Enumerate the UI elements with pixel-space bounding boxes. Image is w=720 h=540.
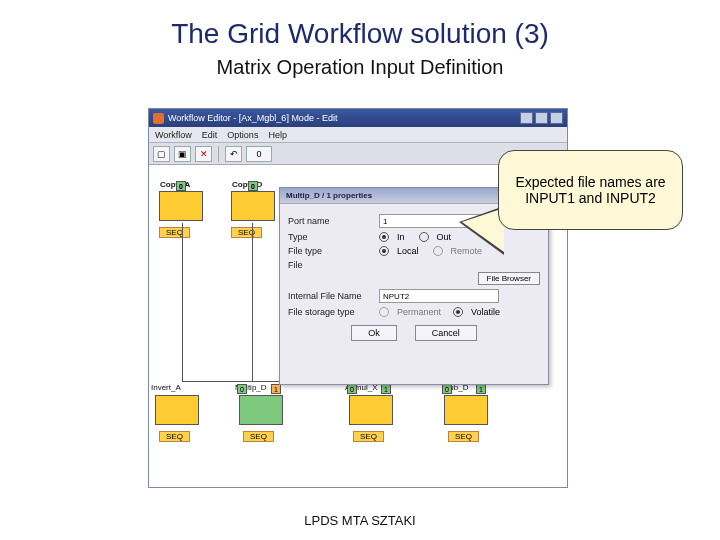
radio-type-out[interactable]	[419, 232, 429, 242]
menu-options[interactable]: Options	[227, 130, 258, 140]
cancel-button[interactable]: Cancel	[415, 325, 477, 341]
node-invert-a[interactable]	[155, 395, 199, 425]
radio-type-in[interactable]	[379, 232, 389, 242]
internal-file-name-field[interactable]	[379, 289, 499, 303]
label-file: File	[288, 260, 373, 270]
toolbar-new-icon[interactable]: ▢	[153, 146, 170, 162]
type-out-text: Out	[437, 232, 452, 242]
radio-remote[interactable]	[433, 246, 443, 256]
type-in-text: In	[397, 232, 405, 242]
ok-button[interactable]: Ok	[351, 325, 397, 341]
label-type: Type	[288, 232, 373, 242]
node-a-mul-x[interactable]	[349, 395, 393, 425]
port-0[interactable]: 0	[237, 384, 247, 394]
port-0[interactable]: 0	[442, 384, 452, 394]
toolbar-delete-icon[interactable]: ✕	[195, 146, 212, 162]
node-copy-d[interactable]: Copy_D 0	[231, 191, 275, 221]
toolbar-open-icon[interactable]: ▣	[174, 146, 191, 162]
port-0[interactable]: 0	[347, 384, 357, 394]
app-icon	[153, 113, 164, 124]
dialog-title: Multip_D / 1 properties	[286, 191, 372, 200]
node-sub-d[interactable]	[444, 395, 488, 425]
port-0[interactable]: 0	[176, 181, 186, 191]
annotation-callout: Expected file names are INPUT1 and INPUT…	[498, 150, 683, 230]
menu-help[interactable]: Help	[268, 130, 287, 140]
titlebar: Workflow Editor - [Ax_Mgbl_6] Mode - Edi…	[149, 109, 567, 127]
radio-permanent[interactable]	[379, 307, 389, 317]
port-1[interactable]: 1	[271, 384, 281, 394]
close-button[interactable]	[550, 112, 563, 124]
maximize-button[interactable]	[535, 112, 548, 124]
toolbar-sep	[218, 146, 219, 162]
toolbar-zoom-field[interactable]: 0	[246, 146, 272, 162]
minimize-button[interactable]	[520, 112, 533, 124]
seq-label: SEQ	[448, 431, 479, 442]
label-storage: File storage type	[288, 307, 373, 317]
menu-workflow[interactable]: Workflow	[155, 130, 192, 140]
menu-edit[interactable]: Edit	[202, 130, 218, 140]
connector	[182, 223, 183, 381]
seq-label: SEQ	[159, 431, 190, 442]
slide-title: The Grid Workflow solution (3)	[0, 0, 720, 50]
seq-label: SEQ	[243, 431, 274, 442]
slide-subtitle: Matrix Operation Input Definition	[0, 56, 720, 79]
slide-footer: LPDS MTA SZTAKI	[0, 513, 720, 528]
seq-label: SEQ	[159, 227, 190, 238]
radio-volatile[interactable]	[453, 307, 463, 317]
radio-local[interactable]	[379, 246, 389, 256]
callout-text: Expected file names are INPUT1 and INPUT…	[509, 174, 672, 206]
menubar: Workflow Edit Options Help	[149, 127, 567, 143]
label-internal: Internal File Name	[288, 291, 373, 301]
window-title: Workflow Editor - [Ax_Mgbl_6] Mode - Edi…	[168, 113, 337, 123]
ft-local: Local	[397, 246, 419, 256]
storage-permanent: Permanent	[397, 307, 441, 317]
file-browser-button[interactable]: File Browser	[478, 272, 540, 285]
node-copy-a[interactable]: Copy_A 0	[159, 191, 203, 221]
port-1[interactable]: 1	[476, 384, 486, 394]
seq-label: SEQ	[353, 431, 384, 442]
label-file-type: File type	[288, 246, 373, 256]
seq-label: SEQ	[231, 227, 262, 238]
node-multip-d[interactable]	[239, 395, 283, 425]
label-port-name: Port name	[288, 216, 373, 226]
port-1[interactable]: 1	[381, 384, 391, 394]
port-0[interactable]: 0	[248, 181, 258, 191]
toolbar-undo-icon[interactable]: ↶	[225, 146, 242, 162]
connector	[252, 223, 253, 381]
node-label: Invert_A	[151, 383, 181, 392]
storage-volatile: Volatile	[471, 307, 500, 317]
